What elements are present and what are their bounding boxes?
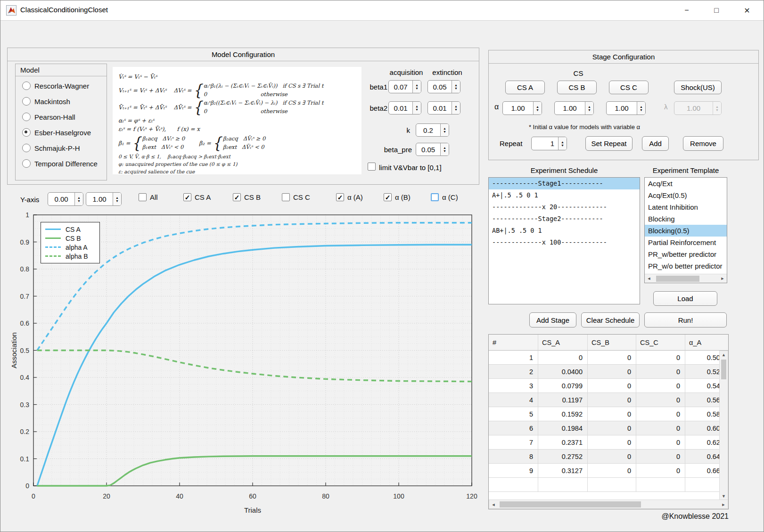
model-option-mackintosh[interactable]: Mackintosh	[22, 96, 70, 106]
spinner-arrows[interactable]: ▲▼	[585, 102, 593, 115]
spinner-arrows[interactable]: ▲▼	[558, 137, 567, 150]
table-header-cell[interactable]: #	[489, 335, 538, 351]
spinner-arrows[interactable]: ▲▼	[452, 81, 460, 93]
experiment-template-listbox[interactable]: Acq/ExtAcq/Ext(0.5)Latent InhibitionBloc…	[644, 177, 727, 283]
cs-a-button[interactable]: CS A	[505, 81, 545, 94]
beta2-acquisition-spinner[interactable]: 0.01▲▼	[388, 101, 421, 115]
table-header-cell[interactable]: CS_B	[588, 335, 636, 351]
spinner-arrows[interactable]: ▲▼	[533, 102, 542, 115]
plot-checkbox-cs-c[interactable]: CS C	[282, 193, 310, 201]
experiment-schedule-listbox[interactable]: ------------Stage1-----------A+|.5 .5 0 …	[488, 177, 640, 304]
beta1-extinction-spinner[interactable]: 0.05▲▼	[427, 80, 460, 93]
checkbox-icon[interactable]: ✓	[384, 193, 392, 201]
results-table[interactable]: #CS_ACS_BCS_Cα_A 10000.50020.0400000.520…	[488, 334, 729, 509]
template-item-acq-ext-0-5-[interactable]: Acq/Ext(0.5)	[645, 189, 727, 201]
set-repeat-button[interactable]: Set Repeat	[585, 136, 633, 151]
model-option-schmajuk-p-h[interactable]: Schmajuk-P-H	[22, 143, 80, 153]
model-option-rescorla-wagner[interactable]: Rescorla-Wagner	[22, 81, 89, 91]
table-row[interactable]: 70.2371000.624	[489, 435, 728, 450]
template-item-partial-reinforcement[interactable]: Partial Reinforcement	[645, 237, 727, 248]
plot-checkbox-cs-b[interactable]: ✓CS B	[233, 193, 261, 201]
model-option-pearson-hall[interactable]: Pearson-Hall	[22, 112, 75, 122]
minimize-button[interactable]: −	[676, 0, 698, 20]
schedule-line[interactable]: AB+|.5 .5 0 1	[489, 225, 640, 237]
table-vertical-scrollbar[interactable]: ▲ ▼	[719, 351, 728, 500]
run-button[interactable]: Run!	[644, 312, 727, 327]
table-horizontal-scrollbar[interactable]: ◄ ►	[489, 499, 728, 509]
template-item-blocking-0-5-[interactable]: Blocking(0.5)	[645, 225, 727, 237]
spinner-arrows[interactable]: ▲▼	[637, 102, 645, 115]
table-row[interactable]: 90.3127000.661	[489, 464, 728, 478]
close-button[interactable]: ✕	[736, 0, 758, 20]
schedule-line[interactable]: ------------Stage1-----------	[489, 178, 640, 189]
scrollbar-thumb[interactable]	[500, 501, 641, 507]
k-spinner[interactable]: 0.2▲▼	[416, 123, 449, 137]
add-stage-button[interactable]: Add Stage	[529, 312, 576, 327]
limit-vvbar-checkbox[interactable]	[368, 163, 376, 171]
table-header-cell[interactable]: CS_C	[636, 335, 685, 351]
spinner-arrows[interactable]: ▲▼	[412, 102, 421, 114]
model-option-esber-haselgrove[interactable]: Esber-Haselgrove	[22, 127, 91, 138]
cs-c-button[interactable]: CS C	[609, 81, 649, 94]
table-row[interactable]: 20.0400000.520	[489, 365, 728, 379]
spinner-arrows[interactable]: ▲▼	[452, 102, 460, 114]
alpha-c-spinner[interactable]: 1.00▲▼	[606, 101, 646, 115]
template-horizontal-scrollbar[interactable]: ◄ ►	[645, 274, 727, 283]
model-option-temporal-difference[interactable]: Temporal Difference	[22, 158, 98, 169]
add-button[interactable]: Add	[642, 136, 669, 151]
plot-checkbox--c-[interactable]: α (C)	[431, 193, 458, 201]
schedule-line[interactable]: ------------Stage2-----------	[489, 213, 640, 225]
beta2-extinction-spinner[interactable]: 0.01▲▼	[427, 101, 460, 115]
template-item-blocking[interactable]: Blocking	[645, 213, 727, 225]
scroll-right-icon[interactable]: ►	[720, 500, 727, 509]
checkbox-icon[interactable]	[139, 193, 147, 201]
template-item-pr-w-o-better-predictor[interactable]: PR_w/o better predictor	[645, 260, 727, 272]
clear-schedule-button[interactable]: Clear Schedule	[581, 312, 640, 327]
checkbox-icon[interactable]: ✓	[233, 193, 241, 201]
scroll-down-icon[interactable]: ▼	[720, 492, 728, 500]
table-row[interactable]: 80.2752000.640	[489, 450, 728, 464]
spinner-arrows[interactable]: ▲▼	[440, 143, 449, 156]
schedule-line[interactable]: -------------x 20-------------	[489, 201, 640, 213]
checkbox-icon[interactable]	[431, 193, 439, 201]
table-header-cell[interactable]: α_A	[685, 335, 729, 351]
scroll-left-icon[interactable]: ◄	[490, 500, 497, 509]
scroll-left-icon[interactable]: ◄	[646, 274, 652, 283]
plot-checkbox-all[interactable]: All	[139, 193, 158, 201]
alpha-a-spinner[interactable]: 1.00▲▼	[502, 101, 542, 115]
schedule-line[interactable]: -------------x 100------------	[489, 237, 640, 248]
spinner-arrows[interactable]: ▲▼	[113, 193, 121, 205]
schedule-line[interactable]: A+|.5 .5 0 1	[489, 189, 640, 201]
shock-us-button[interactable]: Shock(US)	[674, 81, 722, 94]
repeat-spinner[interactable]: 1▲▼	[531, 137, 567, 150]
spinner-arrows[interactable]: ▲▼	[74, 193, 83, 205]
load-button[interactable]: Load	[653, 291, 717, 306]
checkbox-icon[interactable]	[282, 193, 290, 201]
title-bar[interactable]: ClassicalConditioningCloset − □ ✕	[0, 0, 764, 21]
beta-pre-spinner[interactable]: 0.05▲▼	[416, 143, 449, 156]
plot-checkbox-cs-a[interactable]: ✓CS A	[183, 193, 211, 201]
template-item-acq-ext[interactable]: Acq/Ext	[645, 178, 727, 189]
checkbox-icon[interactable]: ✓	[336, 193, 344, 201]
alpha-b-spinner[interactable]: 1.00▲▼	[554, 101, 594, 115]
table-row[interactable]: 60.1984000.603	[489, 421, 728, 435]
cs-b-button[interactable]: CS B	[557, 81, 597, 94]
y-axis-min-spinner[interactable]: 0.00▲▼	[48, 192, 83, 206]
table-row[interactable]: 40.1197000.561	[489, 393, 728, 407]
template-item-pr-w-better-predictor[interactable]: PR_w/better predictor	[645, 248, 727, 260]
remove-button[interactable]: Remove	[683, 136, 723, 151]
table-header-cell[interactable]: CS_A	[538, 335, 588, 351]
beta1-acquisition-spinner[interactable]: 0.07▲▼	[388, 80, 421, 93]
scroll-up-icon[interactable]: ▲	[720, 351, 728, 359]
scrollbar-thumb[interactable]	[656, 276, 699, 282]
table-row[interactable]: 10000.500	[489, 351, 728, 365]
spinner-arrows[interactable]: ▲▼	[440, 124, 449, 136]
template-item-latent-inhibition[interactable]: Latent Inhibition	[645, 201, 727, 213]
scrollbar-thumb[interactable]	[721, 360, 726, 379]
y-axis-max-spinner[interactable]: 1.00▲▼	[86, 192, 122, 206]
spinner-arrows[interactable]: ▲▼	[412, 81, 421, 93]
table-row[interactable]: 50.1592000.583	[489, 407, 728, 421]
checkbox-icon[interactable]: ✓	[183, 193, 191, 201]
table-row[interactable]: 30.0799000.540	[489, 379, 728, 393]
plot-checkbox--a-[interactable]: ✓α (A)	[336, 193, 363, 201]
